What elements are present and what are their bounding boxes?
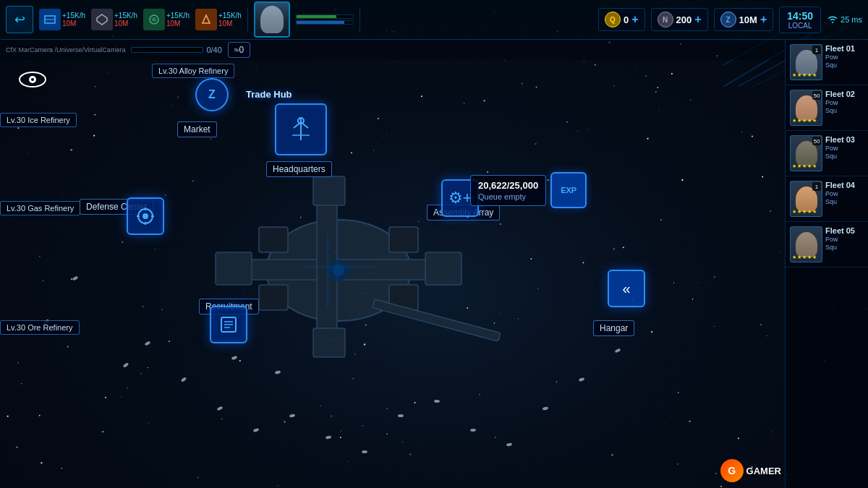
gold-plus-button[interactable]: + bbox=[631, 13, 638, 26]
fleet-portrait-04: 1 ★★★★★ bbox=[790, 181, 822, 217]
svg-marker-7 bbox=[97, 14, 107, 25]
fleet-item-03[interactable]: 50 ★★★★★ Fleet 03 PowSqu bbox=[786, 131, 868, 176]
ship-13 bbox=[506, 442, 513, 446]
svg-rect-20 bbox=[259, 227, 288, 252]
fleet-item-02[interactable]: 50 ★★★★★ Fleet 02 PowSqu bbox=[786, 85, 868, 131]
time-label: LOCAL bbox=[788, 22, 812, 30]
hp-bar-green bbox=[296, 14, 354, 19]
ship-1 bbox=[109, 204, 115, 208]
fleet-label-04: Fleet 04 bbox=[825, 181, 864, 189]
silver-amount: 200 bbox=[676, 14, 692, 25]
svg-point-35 bbox=[142, 213, 148, 219]
fleet-item-05[interactable]: ★★★★★ Fleet 05 PowSqu bbox=[786, 222, 868, 267]
special-plus-button[interactable]: + bbox=[760, 13, 767, 26]
gamer-badge: G GAMER bbox=[720, 459, 781, 482]
svg-rect-18 bbox=[313, 176, 345, 205]
crystal-icon bbox=[91, 9, 113, 30]
ship-11 bbox=[434, 400, 440, 403]
zero-value: ≈0 bbox=[234, 45, 244, 55]
top-hud: ↩ +15K/h 10M +15K/h 10M bbox=[0, 0, 868, 40]
exp-info: 20,622/25,000 Queue empty bbox=[470, 175, 546, 206]
fleet-info-05: Fleet 05 PowSqu bbox=[825, 226, 864, 252]
fleet-badge-02: 50 bbox=[812, 91, 821, 100]
gamer-icon: G bbox=[720, 459, 744, 482]
silver-currency-panel: N 200 + bbox=[651, 8, 708, 31]
time-text: 14:50 bbox=[787, 10, 813, 22]
defense-center-icon[interactable] bbox=[127, 197, 164, 235]
queue-text: 0/40 bbox=[206, 46, 221, 54]
fleet-type-04: PowSqu bbox=[825, 190, 864, 206]
station-area: Lv.30 Alloy Refinery Z Trade Hub Market … bbox=[0, 60, 785, 488]
fleet-portrait-03: 50 ★★★★★ bbox=[790, 135, 822, 171]
gold-icon: Q bbox=[605, 12, 621, 27]
fleet-info-03: Fleet 03 PowSqu bbox=[825, 135, 864, 160]
exp-amount: 20,622/25,000 bbox=[478, 180, 538, 191]
hp-bars bbox=[296, 14, 354, 25]
svg-rect-21 bbox=[389, 227, 418, 252]
hangar-icon[interactable]: « bbox=[608, 270, 645, 307]
resource-alloy: +15K/h 10M bbox=[39, 9, 85, 30]
secondary-hud: CfX MarCamera /Universe/VirtualCamera 0/… bbox=[0, 40, 868, 60]
fleet-info-04: Fleet 04 PowSqu bbox=[825, 181, 864, 206]
fleet-type-05: PowSqu bbox=[825, 236, 864, 252]
fleet-type-03: PowSqu bbox=[825, 145, 864, 160]
gas-values: +15K/h 10M bbox=[166, 12, 190, 27]
hp-bar-blue bbox=[296, 20, 354, 25]
food-values: +15K/h 10M bbox=[218, 12, 242, 27]
fleet-label-02: Fleet 02 bbox=[825, 90, 864, 98]
silver-icon: N bbox=[658, 12, 673, 27]
z-badge-button[interactable]: Z bbox=[195, 78, 229, 111]
cam-label: CfX MarCamera /Universe/VirtualCamera bbox=[6, 46, 125, 53]
alloy-values: +15K/h 10M bbox=[62, 12, 85, 27]
ship-15 bbox=[579, 377, 585, 382]
exp-simulator-button[interactable]: EXP bbox=[550, 172, 587, 208]
ship-18 bbox=[123, 362, 129, 368]
lv30-alloy-label: Lv.30 Alloy Refinery bbox=[152, 64, 234, 78]
hp-fill-green bbox=[297, 15, 336, 18]
ship-16 bbox=[615, 348, 621, 353]
svg-point-9 bbox=[152, 17, 156, 22]
svg-point-26 bbox=[333, 265, 344, 276]
gamer-text: GAMER bbox=[746, 466, 781, 476]
back-button[interactable]: ↩ bbox=[6, 6, 33, 33]
right-panel: 1 ★★★★★ Fleet 01 PowSqu 50 ★★★★★ Fleet 0… bbox=[785, 40, 868, 488]
wifi-icon bbox=[827, 15, 838, 24]
ping-value: 25 ms bbox=[841, 15, 862, 24]
antenna-icon bbox=[286, 115, 315, 144]
ship-14 bbox=[542, 406, 549, 411]
queue-info: 0/40 bbox=[131, 46, 221, 54]
lv30-ice-label: Lv.30 Ice Refinery bbox=[0, 113, 77, 127]
player-face bbox=[260, 6, 284, 33]
fleet-item-04[interactable]: 1 ★★★★★ Fleet 04 PowSqu bbox=[786, 176, 868, 222]
fleet-badge-01: 1 bbox=[812, 46, 821, 54]
player-portrait[interactable] bbox=[254, 1, 290, 38]
queue-bar bbox=[131, 47, 203, 53]
fleet-info-01: Fleet 01 PowSqu bbox=[825, 44, 864, 69]
gold-currency-panel: Q 0 + bbox=[598, 8, 645, 31]
fleet-label-05: Fleet 05 bbox=[825, 226, 864, 235]
lv30-gas-label: Lv.30 Gas Refinery bbox=[0, 201, 80, 215]
headquarters-icon[interactable] bbox=[275, 103, 327, 155]
ship-8 bbox=[326, 435, 332, 439]
fleet-portrait-02: 50 ★★★★★ bbox=[790, 90, 822, 126]
hp-fill-blue bbox=[297, 21, 344, 24]
space-station bbox=[172, 111, 534, 437]
svg-rect-22 bbox=[259, 285, 288, 310]
recruitment-list-icon bbox=[218, 314, 239, 335]
resource-crystal: +15K/h 10M bbox=[91, 9, 137, 30]
fleet-stars-05: ★★★★★ bbox=[792, 254, 817, 260]
gas-icon bbox=[143, 9, 165, 30]
resource-food: +15K/h 10M bbox=[195, 9, 242, 30]
recruitment-icon[interactable] bbox=[210, 306, 247, 343]
gold-amount: 0 bbox=[624, 14, 629, 25]
time-display: 14:50 LOCAL bbox=[779, 7, 821, 33]
alloy-icon bbox=[39, 9, 61, 30]
eye-button[interactable] bbox=[14, 65, 51, 94]
zero-indicator: ≈0 bbox=[228, 42, 250, 58]
fleet-stars-02: ★★★★★ bbox=[792, 118, 817, 124]
fleet-item-01[interactable]: 1 ★★★★★ Fleet 01 PowSqu bbox=[786, 40, 868, 85]
fleet-badge-04: 1 bbox=[812, 182, 821, 191]
food-icon bbox=[195, 9, 217, 30]
ping-display: 25 ms bbox=[827, 15, 862, 24]
silver-plus-button[interactable]: + bbox=[694, 13, 701, 26]
